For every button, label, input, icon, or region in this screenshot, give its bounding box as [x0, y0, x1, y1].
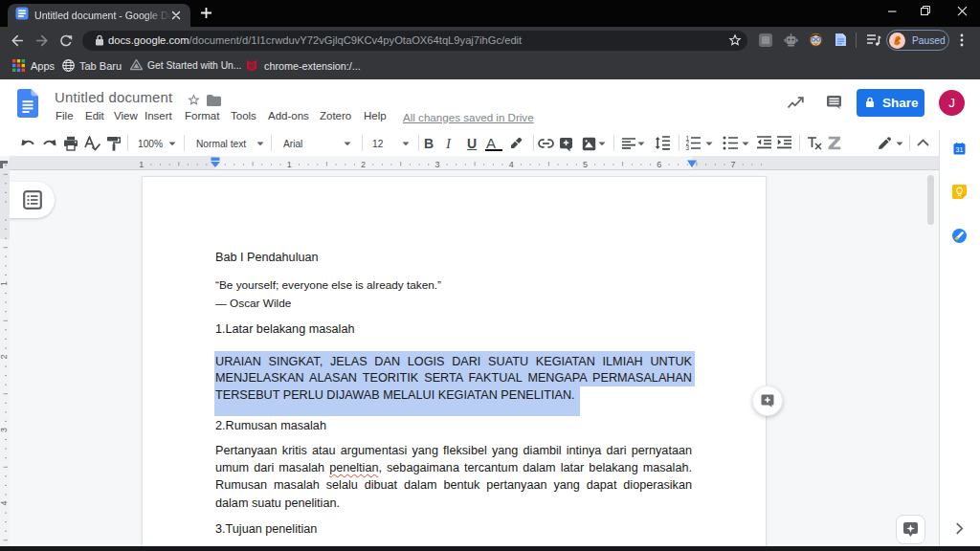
svg-text:3: 3	[686, 144, 690, 150]
svg-text:6: 6	[657, 160, 661, 169]
svg-text:4: 4	[0, 500, 9, 505]
svg-text:1: 1	[287, 160, 292, 169]
svg-text:4: 4	[509, 160, 514, 169]
svg-text:3: 3	[0, 428, 9, 432]
svg-text:1: 1	[0, 281, 9, 286]
svg-text:31: 31	[956, 146, 964, 153]
svg-text:7: 7	[731, 160, 736, 169]
svg-text:2: 2	[0, 354, 9, 359]
svg-text:3: 3	[434, 160, 439, 169]
svg-text:1: 1	[139, 160, 144, 169]
svg-text:5: 5	[583, 160, 588, 169]
svg-text:2: 2	[361, 160, 366, 169]
